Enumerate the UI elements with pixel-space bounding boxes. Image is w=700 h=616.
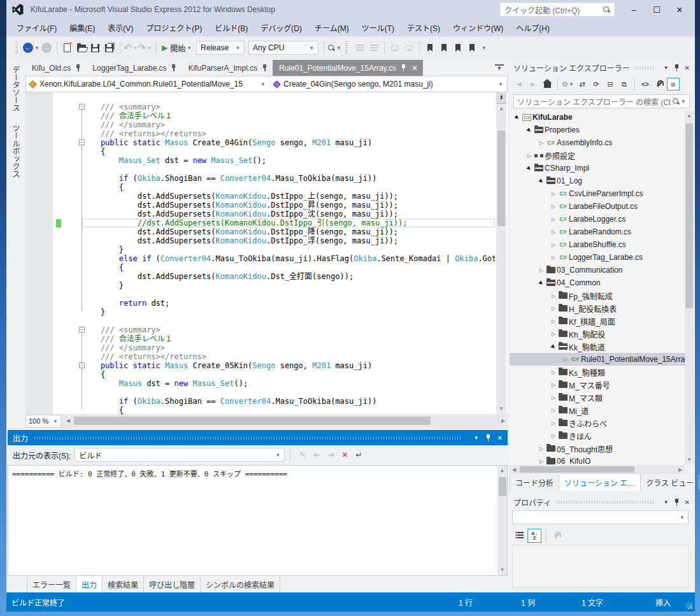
menu-item-7[interactable]: ツール(T) xyxy=(355,20,401,36)
comment-button[interactable] xyxy=(388,40,402,55)
code-line-10[interactable]: dst.AddSupersets(KomanoKidou.DstIppo_上(s… xyxy=(82,192,495,201)
tree-item-18[interactable]: ▶Kk_駒軌道 xyxy=(510,340,685,353)
toggle-bookmark-button[interactable] xyxy=(423,40,437,55)
quick-launch-input[interactable]: クイック起動 (Ctrl+Q) xyxy=(500,3,615,17)
refresh-icon[interactable]: ⟳ xyxy=(590,78,603,90)
increase-indent-button[interactable] xyxy=(367,40,381,55)
code-line-25[interactable]: /// <summary> xyxy=(82,326,495,334)
collapsed-arrow-icon[interactable]: ▷ xyxy=(550,293,557,299)
tree-item-23[interactable]: ▷Mi_道 xyxy=(510,404,685,417)
code-line-21[interactable] xyxy=(82,290,495,299)
collapse-all-icon[interactable]: ⊟ xyxy=(604,78,617,90)
side-tab-1[interactable]: ツールボックス xyxy=(6,118,25,184)
start-debug-button[interactable]: ▶ 開始 ▼ xyxy=(159,40,194,55)
property-pages-icon[interactable] xyxy=(550,529,564,543)
tree-item-24[interactable]: ▷きふわらべ xyxy=(510,417,685,429)
collapsed-arrow-icon[interactable]: ▷ xyxy=(550,204,557,210)
menu-item-6[interactable]: チーム(M) xyxy=(308,20,355,36)
solution-explorer-close-icon[interactable]: ✕ xyxy=(685,64,690,71)
code-line-18[interactable]: { xyxy=(82,263,495,272)
tree-item-15[interactable]: ▷H_配役転換表 xyxy=(510,302,685,315)
tree-item-3[interactable]: ▷参照設定 xyxy=(510,149,685,162)
show-all-files-icon[interactable]: ⧉ xyxy=(618,78,631,90)
previous-message-icon[interactable]: ⇤ xyxy=(313,450,320,459)
output-scrollbar[interactable]: ▲ ▼ xyxy=(497,466,507,575)
collapsed-arrow-icon[interactable]: ▷ xyxy=(550,369,557,375)
tree-item-21[interactable]: ▷M_マス番号 xyxy=(510,378,685,391)
output-scroll-down-icon[interactable]: ▼ xyxy=(497,565,507,575)
code-line-20[interactable]: } xyxy=(82,281,495,290)
collapsed-arrow-icon[interactable]: ▷ xyxy=(550,255,557,261)
editor-zoom-select[interactable]: 100 %▼ xyxy=(25,415,61,427)
sync-with-active-document-icon[interactable]: ⇄ xyxy=(576,78,589,90)
solution-configuration-select[interactable]: Release▼ xyxy=(196,41,245,55)
doc-tab-2[interactable]: KifuParserA_Impl.cs xyxy=(182,60,273,76)
code-line-6[interactable]: Masus_Set dst = new Masus_Set(); xyxy=(82,156,495,165)
collapsed-arrow-icon[interactable]: ▷ xyxy=(538,268,545,273)
code-line-26[interactable]: /// 合法手レベル１ xyxy=(82,334,495,343)
view-code-icon[interactable]: <> xyxy=(639,78,652,90)
code-line-12[interactable]: dst.AddSupersets(KomanoKidou.DstIppo_沈(s… xyxy=(82,210,495,218)
menu-item-0[interactable]: ファイル(F) xyxy=(10,20,63,36)
output-pin-icon[interactable] xyxy=(485,434,491,442)
decrease-indent-button[interactable] xyxy=(353,40,367,55)
code-line-30[interactable]: { xyxy=(82,370,495,379)
next-message-icon[interactable]: ⇥ xyxy=(327,450,334,459)
tree-item-20[interactable]: ▷Ks_駒種類 xyxy=(510,366,685,378)
bottom-tab-1[interactable]: 出力 xyxy=(76,577,103,592)
close-tab-icon[interactable]: ✕ xyxy=(411,64,418,73)
code-line-9[interactable]: { xyxy=(82,183,495,192)
tree-item-25[interactable]: ▷きほん xyxy=(510,429,685,442)
code-line-17[interactable]: else if (Converter04.Masu_ToOkiba(masu_j… xyxy=(82,254,495,263)
find-message-icon[interactable]: ✎ xyxy=(299,450,306,459)
home-icon[interactable] xyxy=(541,78,554,90)
editor-scroll-thumb[interactable] xyxy=(497,131,505,226)
find-in-files-button[interactable]: ▼ xyxy=(327,40,341,55)
output-source-select[interactable]: ビルド▼ xyxy=(75,448,285,462)
scroll-up-icon[interactable]: ▲ xyxy=(496,104,506,114)
code-line-13[interactable]: //dst.AddSupersets(KomanoKidou.DstIppo_引… xyxy=(82,218,495,227)
code-line-2[interactable]: /// </summary> xyxy=(82,120,495,129)
tree-item-10[interactable]: ▷C#LarabeShuffle.cs xyxy=(510,238,685,251)
code-line-19[interactable]: dst.AddSupersets(KomanoKidou.Dst_全打面(sen… xyxy=(82,272,495,281)
previous-bookmark-button[interactable]: ◄ xyxy=(437,40,451,55)
minimize-button[interactable]: – xyxy=(622,0,645,19)
collapsed-arrow-icon[interactable]: ▷ xyxy=(538,459,545,464)
solution-explorer-menu-icon[interactable]: ▼ xyxy=(664,65,669,71)
output-scroll-up-icon[interactable]: ▲ xyxy=(497,466,507,476)
navigate-back-button[interactable]: ←▼ xyxy=(23,40,39,55)
collapsed-arrow-icon[interactable]: ▷ xyxy=(550,433,557,439)
pin-icon[interactable] xyxy=(401,64,406,72)
preview-selected-items-icon[interactable]: ⧈ xyxy=(667,78,680,90)
tree-item-6[interactable]: ▷C#CsvLineParserImpl.cs xyxy=(510,187,685,200)
editor-splitter-handle[interactable]: ⬍ xyxy=(496,92,506,104)
maximize-button[interactable]: ☐ xyxy=(645,0,668,19)
tree-item-4[interactable]: ▶CSharp_Impl xyxy=(510,162,685,175)
scroll-right-icon[interactable]: ▶ xyxy=(499,416,508,426)
toolbar-grip[interactable] xyxy=(15,41,18,54)
undo-button[interactable]: ↶▼ xyxy=(124,40,138,55)
tree-item-16[interactable]: ▷Kf_棋譜_局面 xyxy=(510,315,685,327)
menu-item-10[interactable]: ヘルプ(H) xyxy=(510,20,556,36)
code-line-0[interactable]: /// <summary> xyxy=(82,103,495,111)
side-tab-0[interactable]: データソース xyxy=(6,59,25,118)
menu-item-2[interactable]: 表示(V) xyxy=(101,20,139,36)
redo-button[interactable]: ↷▼ xyxy=(138,40,152,55)
tree-item-22[interactable]: ▷M_マス類 xyxy=(510,391,685,404)
editor-hscroll-thumb[interactable] xyxy=(74,417,431,425)
tree-item-17[interactable]: ▷Kh_駒配役 xyxy=(510,327,685,340)
collapsed-arrow-icon[interactable]: ▷ xyxy=(550,217,557,222)
code-line-11[interactable]: dst.AddSupersets(KomanoKidou.DstIppo_昇(s… xyxy=(82,201,495,210)
tree-item-13[interactable]: ▶04_Common xyxy=(510,276,685,289)
collapsed-arrow-icon[interactable]: ▷ xyxy=(550,306,557,312)
editor-vertical-scrollbar[interactable]: ⬍ ▲ ▼ xyxy=(496,92,506,414)
tree-item-0[interactable]: ▶C#KifuLarabe xyxy=(510,111,685,124)
code-editor[interactable]: /// <summary> /// 合法手レベル１ /// </summary>… xyxy=(25,92,508,414)
code-line-28[interactable]: /// <returns></returns> xyxy=(82,352,495,361)
menu-item-9[interactable]: ウィンドウ(W) xyxy=(446,20,510,36)
collapsed-arrow-icon[interactable]: ▷ xyxy=(550,229,557,235)
output-close-icon[interactable]: ✕ xyxy=(497,434,503,441)
code-line-5[interactable]: { xyxy=(82,147,495,156)
clear-all-output-icon[interactable]: ✕ xyxy=(342,450,348,459)
pin-icon[interactable] xyxy=(75,64,81,72)
